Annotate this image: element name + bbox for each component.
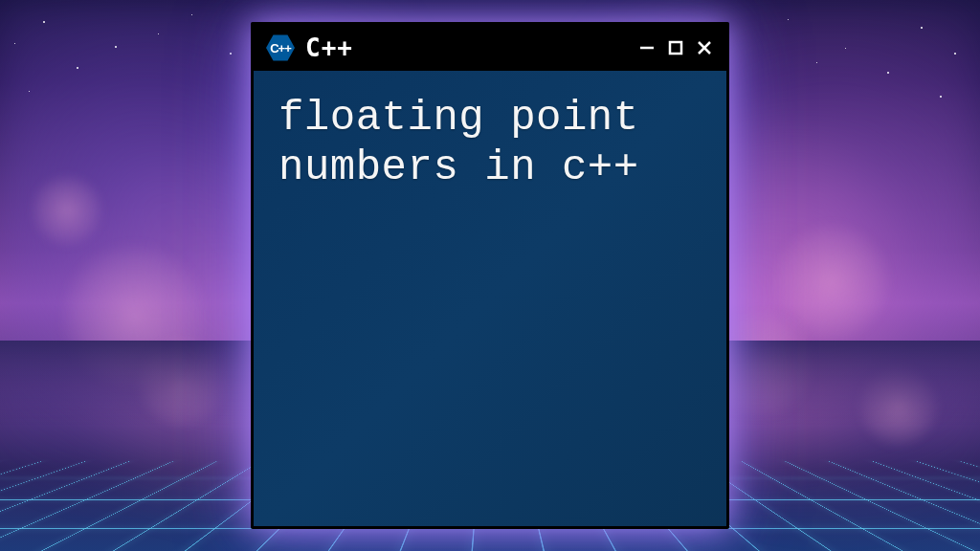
- maximize-button[interactable]: [665, 37, 686, 58]
- body-text: floating point numbers in c++: [278, 94, 702, 193]
- window-body: floating point numbers in c++: [254, 71, 726, 526]
- svg-rect-1: [670, 42, 681, 54]
- close-button[interactable]: [694, 37, 715, 58]
- window-controls: [636, 37, 715, 58]
- cpp-icon-label: C++: [270, 41, 291, 55]
- minimize-button[interactable]: [636, 37, 657, 58]
- window-title: C++: [305, 33, 627, 62]
- cpp-icon: C++: [265, 33, 296, 63]
- titlebar[interactable]: C++ C++: [254, 25, 726, 71]
- terminal-window: C++ C++ floating point numbers in c++: [251, 22, 729, 529]
